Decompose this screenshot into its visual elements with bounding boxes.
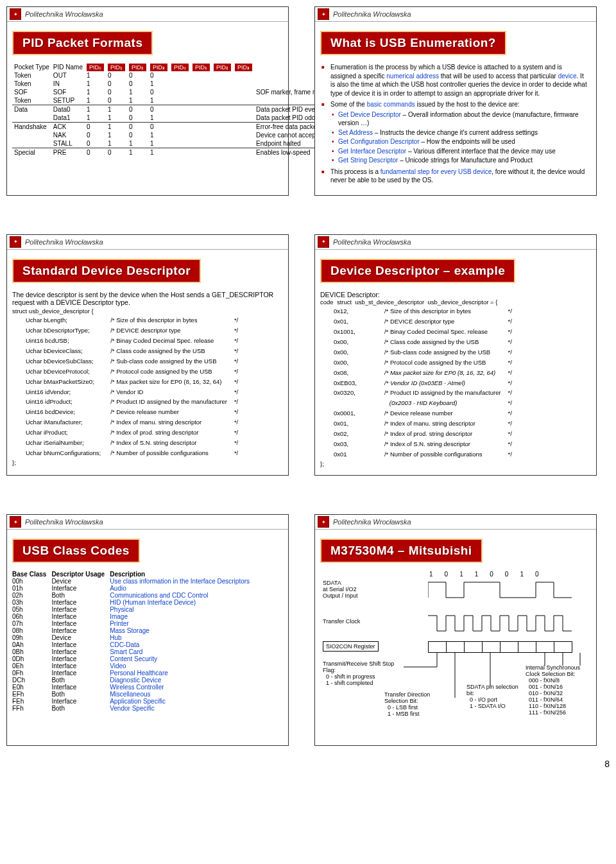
table-row: DataData01100Data packet PID even [12, 105, 357, 114]
table-row: TokenSETUP1011 [12, 96, 357, 105]
list-item: Get String Descriptor – Unicode strings … [338, 156, 588, 165]
slide-header: ✦ Politechnika Wrocławska [7, 515, 288, 530]
logo-icon: ✦ [10, 236, 21, 248]
table-row: Uint16 bcdDevice;/* Device release numbe… [25, 408, 239, 417]
table-row: Uchar iProduct;/* Index of prod. string … [25, 428, 239, 437]
table-row: Uchar bDeviceSubClass;/* Sub-class code … [25, 357, 239, 366]
logo-icon: ✦ [318, 516, 329, 528]
table-row: 01hInterfaceAudio [12, 585, 255, 592]
table-row: Uchar bNumConfigurations;/* Number of po… [25, 449, 239, 458]
slide-standard-device-descriptor: ✦ Politechnika Wrocławska Standard Devic… [6, 234, 289, 476]
table-row: Uchar bLength;/* Size of this descriptor… [25, 316, 239, 325]
table-row: 0BhInterfaceSmart Card [12, 648, 255, 655]
bit-label: 1 [459, 571, 463, 578]
table-row: SpecialPRE0011Enables low-speed [12, 148, 357, 157]
label-direction: Transfer Direction Selection Bit: 0 - LS… [384, 691, 455, 717]
label-shift-flag: Transmit/Receive Shift Stop Flag: 0 - sh… [323, 661, 406, 686]
col-description: Description [110, 571, 255, 578]
table-row: 0DhInterfaceContent Security [12, 655, 255, 662]
table-row: 02hBothCommunications and CDC Control [12, 592, 255, 599]
label-register: SIO2CON Register [323, 641, 379, 652]
pid-h0: PID₀ [87, 64, 104, 71]
table-row: 0x12,/* Size of this descriptor in bytes… [333, 307, 513, 316]
label-clock-select: Internal Synchronous Clock Selection Bit… [526, 664, 596, 716]
slide-usb-enumeration: ✦ Politechnika Wrocławska What is USB En… [314, 6, 597, 196]
table-row: 0x03,/* Index of S.N. string descriptor*… [333, 440, 513, 449]
table-row: 0x00,/* Protocol code assigned by the US… [333, 358, 513, 367]
slide-device-descriptor-example: ✦ Politechnika Wrocławska Device Descrip… [314, 234, 597, 476]
descriptor-head: DEVICE Descriptor: [320, 291, 591, 298]
slide-m37530m4: ✦ Politechnika Wrocławska M37530M4 – Mit… [314, 514, 597, 746]
pid-h7: PID₃ [235, 64, 252, 71]
table-row: Uchar bMaxPacketSize0;/* Max packet size… [25, 377, 239, 386]
table-row: EFhBothMiscellaneous [12, 691, 255, 698]
bit-label: 1 [429, 571, 433, 578]
col-base-class: Base Class [12, 571, 51, 578]
table-row: 08hInterfaceMass Storage [12, 627, 255, 634]
label-sdata: SDATA at Serial I/O2 Output / Input [323, 580, 358, 599]
table-row: 0AhInterfaceCDC-Data [12, 641, 255, 648]
institution-name: Politechnika Wrocławska [333, 10, 411, 18]
table-row: Uint16 idProduct;/* Product ID assigned … [25, 397, 239, 406]
table-row: Data11101Data packet PID odd [12, 114, 357, 123]
table-row: FEhInterfaceApplication Specific [12, 698, 255, 705]
bit-label: 0 [445, 571, 449, 578]
table-row: Uchar bDeviceProtocol;/* Protocol code a… [25, 367, 239, 376]
struct-close: }; [12, 459, 283, 467]
enum-bullets: Enumeration is the process by which a US… [320, 63, 591, 185]
clock-waveform-icon [428, 613, 588, 634]
class-code-table: Base Class Descriptor Usage Description … [12, 571, 255, 712]
table-row: 07hInterfacePrinter [12, 620, 255, 627]
institution-name: Politechnika Wrocławska [25, 238, 103, 246]
logo-icon: ✦ [10, 516, 21, 528]
bullet-1: Enumeration is the process by which a US… [330, 63, 588, 98]
table-row: 00hDeviceUse class information in the In… [12, 578, 255, 585]
table-row: 0x02,/* Index of prod. string descriptor… [333, 429, 513, 438]
pid-h5: PID₁ [193, 64, 210, 71]
table-row: 0xEB03,/* Vendor ID (0x03EB - Atmel)*/ [333, 379, 513, 388]
col-descriptor-usage: Descriptor Usage [51, 571, 110, 578]
table-row: 0x08,/* Max packet size for EP0 (8, 16, … [333, 368, 513, 377]
slide-title: M37530M4 – Mitsubishi [320, 539, 483, 563]
list-item: Get Device Descriptor – Overall informat… [338, 110, 588, 128]
slide-title: USB Class Codes [12, 539, 140, 563]
col-packet-type: Pocket Type [12, 63, 51, 71]
pid-h1: PID₁ [108, 64, 125, 71]
slide-header: ✦ Politechnika Wrocławska [7, 235, 288, 250]
slide-pid-packet-formats: ✦ Politechnika Wrocławska PID Packet For… [6, 6, 289, 196]
slide-header: ✦ Politechnika Wrocławska [7, 7, 288, 22]
struct-open: code struct usb_st_device_descriptor usb… [320, 298, 591, 306]
table-row: 0FhInterfacePersonal Healthcare [12, 670, 255, 677]
table-row: Uchar bDeviceClass;/* Class code assigne… [25, 347, 239, 356]
page-number: 8 [604, 759, 610, 769]
slide-header: ✦ Politechnika Wrocławska [315, 235, 596, 250]
label-transfer-clock: Transfer Clock [323, 618, 360, 625]
slide-title: Standard Device Descriptor [12, 259, 201, 283]
table-row: 09hDeviceHub [12, 634, 255, 641]
bit-label: 0 [490, 571, 493, 578]
pid-h3: PID₃ [150, 64, 167, 71]
table-row: SOFSOF1010SOF marker, frame number [12, 88, 357, 96]
logo-icon: ✦ [318, 236, 329, 248]
table-row: STALL0111Endpoint halted [12, 139, 357, 148]
slide-title: What is USB Enumeration? [320, 31, 506, 55]
logo-icon: ✦ [10, 8, 21, 20]
table-row: 06hInterfaceImage [12, 613, 255, 620]
table-row: DChBothDiagnostic Device [12, 677, 255, 684]
pid-h6: PID₂ [214, 64, 231, 71]
bullet-2: Some of the basic commands issued by the… [330, 100, 588, 165]
list-item: Get Configuration Descriptor – How the e… [338, 137, 588, 146]
sdata-waveform-icon [428, 580, 588, 600]
institution-name: Politechnika Wrocławska [25, 518, 103, 526]
table-row: 03hInterfaceHID (Human Interface Device) [12, 599, 255, 606]
table-row: 0x1001,/* Binay Coded Decimal Spec. rele… [333, 327, 513, 336]
institution-name: Politechnika Wrocławska [333, 518, 411, 526]
struct-close: }; [320, 460, 591, 468]
institution-name: Politechnika Wrocławska [333, 238, 411, 246]
pid-table: Pocket Type PID Name PID₀ PID₁ PID₂ PID₃… [12, 63, 357, 157]
struct-open: struct usb_device_descriptor { [12, 307, 283, 315]
pid-h4: PID₀ [171, 64, 189, 71]
table-row: 05hInterfacePhysical [12, 606, 255, 613]
table-row: Uint16 bcdUSB;/* Binay Coded Decimal Spe… [25, 336, 239, 345]
pid-h2: PID₂ [129, 64, 146, 71]
